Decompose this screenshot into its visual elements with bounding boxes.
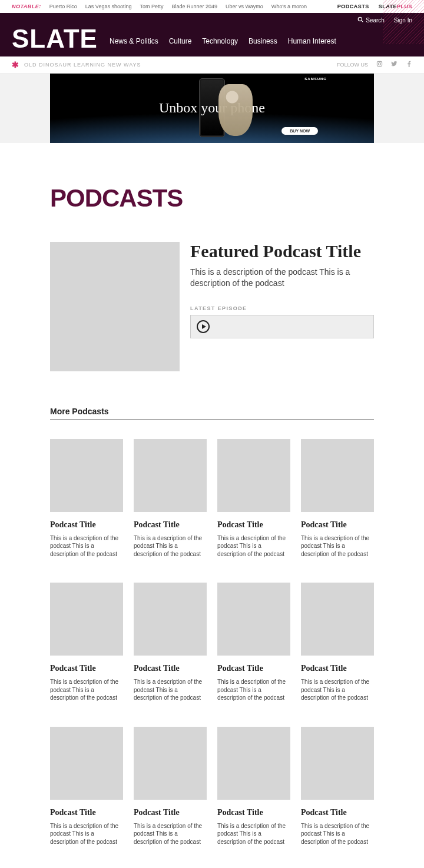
main-nav: Search Sign In SLATE News & Politics Cul…	[0, 13, 424, 56]
podcast-card[interactable]: Podcast TitleThis is a description of th…	[217, 439, 290, 558]
podcast-title[interactable]: Podcast Title	[134, 664, 207, 673]
podcast-description: This is a description of the podcast Thi…	[134, 534, 207, 558]
podcast-title[interactable]: Podcast Title	[217, 664, 290, 673]
podcast-grid: Podcast TitleThis is a description of th…	[50, 439, 374, 860]
podcast-image[interactable]	[301, 439, 374, 512]
twitter-icon[interactable]	[391, 61, 398, 68]
svg-point-4	[381, 62, 382, 62]
search-icon	[357, 16, 363, 24]
podcast-card[interactable]: Podcast TitleThis is a description of th…	[217, 727, 290, 846]
podcast-image[interactable]	[134, 583, 207, 656]
podcast-card[interactable]: Podcast TitleThis is a description of th…	[50, 439, 123, 558]
podcast-card[interactable]: Podcast TitleThis is a description of th…	[50, 583, 123, 702]
podcast-description: This is a description of the podcast Thi…	[217, 534, 290, 558]
podcast-image[interactable]	[217, 583, 290, 656]
podcast-title[interactable]: Podcast Title	[50, 808, 123, 817]
nav-item[interactable]: Technology	[202, 37, 238, 45]
svg-line-1	[362, 21, 363, 22]
podcast-card[interactable]: Podcast TitleThis is a description of th…	[134, 439, 207, 558]
podcast-card[interactable]: Podcast TitleThis is a description of th…	[217, 583, 290, 702]
podcast-description: This is a description of the podcast Thi…	[50, 822, 123, 846]
search-button[interactable]: Search	[357, 16, 385, 24]
more-podcasts-heading: More Podcasts	[50, 407, 374, 420]
nav-item[interactable]: Business	[249, 37, 277, 45]
page-title: PODCASTS	[50, 184, 374, 212]
notable-label: NOTABLE:	[12, 4, 41, 9]
podcast-description: This is a description of the podcast Thi…	[50, 678, 123, 702]
podcast-description: This is a description of the podcast Thi…	[217, 822, 290, 846]
podcast-image[interactable]	[134, 727, 207, 800]
follow-label: FOLLOW US	[337, 62, 368, 68]
podcast-description: This is a description of the podcast Thi…	[301, 678, 374, 702]
podcast-title[interactable]: Podcast Title	[301, 808, 374, 817]
slate-plus-link[interactable]: SLATEPLUS	[379, 4, 412, 9]
top-link[interactable]: Tom Petty	[140, 4, 163, 9]
podcast-description: This is a description of the podcast Thi…	[50, 534, 123, 558]
podcast-description: This is a description of the podcast Thi…	[301, 822, 374, 846]
podcasts-link[interactable]: PODCASTS	[337, 4, 369, 9]
site-logo[interactable]: SLATE	[12, 27, 98, 51]
top-link[interactable]: Who's a moron	[271, 4, 307, 9]
top-strip: NOTABLE: Puerto Rico Las Vegas shooting …	[0, 0, 424, 13]
podcast-title[interactable]: Podcast Title	[134, 520, 207, 530]
podcast-card[interactable]: Podcast TitleThis is a description of th…	[301, 583, 374, 702]
podcast-description: This is a description of the podcast Thi…	[134, 678, 207, 702]
podcast-image[interactable]	[217, 727, 290, 800]
instagram-icon[interactable]	[376, 61, 383, 68]
nav-item[interactable]: News & Politics	[110, 37, 158, 45]
tagline: OLD DINOSAUR LEARNING NEW WAYS	[24, 62, 141, 68]
podcast-card[interactable]: Podcast TitleThis is a description of th…	[301, 727, 374, 846]
podcast-image[interactable]	[50, 727, 123, 800]
audio-player[interactable]	[190, 315, 374, 338]
search-label: Search	[366, 17, 385, 24]
podcast-image[interactable]	[134, 439, 207, 512]
podcast-card[interactable]: Podcast TitleThis is a description of th…	[134, 727, 207, 846]
ad-brand: SAMSUNG	[304, 77, 327, 81]
top-link[interactable]: Uber vs Waymo	[226, 4, 263, 9]
podcast-image[interactable]	[50, 583, 123, 656]
ad-banner[interactable]: SAMSUNG Unbox your phone BUY NOW	[50, 74, 374, 143]
podcast-description: This is a description of the podcast Thi…	[301, 534, 374, 558]
podcast-description: This is a description of the podcast Thi…	[134, 822, 207, 846]
top-link[interactable]: Blade Runner 2049	[171, 4, 217, 9]
podcast-title[interactable]: Podcast Title	[50, 664, 123, 673]
top-link[interactable]: Puerto Rico	[49, 4, 77, 9]
svg-point-0	[358, 17, 362, 21]
top-link[interactable]: Las Vegas shooting	[85, 4, 132, 9]
featured-image[interactable]	[50, 242, 180, 371]
podcast-card[interactable]: Podcast TitleThis is a description of th…	[134, 583, 207, 702]
svg-point-3	[378, 63, 380, 65]
podcast-title[interactable]: Podcast Title	[301, 664, 374, 673]
asterisk-icon: ✱	[12, 60, 19, 69]
podcast-image[interactable]	[50, 439, 123, 512]
podcast-card[interactable]: Podcast TitleThis is a description of th…	[301, 439, 374, 558]
podcast-image[interactable]	[217, 439, 290, 512]
ad-astronaut-graphic	[218, 84, 253, 136]
play-icon[interactable]	[197, 320, 210, 333]
facebook-icon[interactable]	[406, 61, 412, 68]
podcast-title[interactable]: Podcast Title	[50, 520, 123, 530]
featured-podcast: Featured Podcast Title This is a descrip…	[50, 242, 374, 371]
featured-description: This is a description of the podcast Thi…	[190, 267, 374, 289]
podcast-title[interactable]: Podcast Title	[301, 520, 374, 530]
podcast-title[interactable]: Podcast Title	[217, 520, 290, 530]
sub-bar: ✱ OLD DINOSAUR LEARNING NEW WAYS FOLLOW …	[0, 56, 424, 74]
podcast-image[interactable]	[301, 583, 374, 656]
nav-item[interactable]: Culture	[169, 37, 192, 45]
featured-title[interactable]: Featured Podcast Title	[190, 242, 374, 261]
podcast-description: This is a description of the podcast Thi…	[217, 678, 290, 702]
nav-item[interactable]: Human Interest	[288, 37, 336, 45]
podcast-card[interactable]: Podcast TitleThis is a description of th…	[50, 727, 123, 846]
podcast-title[interactable]: Podcast Title	[134, 808, 207, 817]
podcast-title[interactable]: Podcast Title	[217, 808, 290, 817]
sign-in-link[interactable]: Sign In	[394, 17, 412, 24]
ad-cta-button[interactable]: BUY NOW	[281, 127, 318, 135]
podcast-image[interactable]	[301, 727, 374, 800]
latest-episode-label: LATEST EPISODE	[190, 305, 374, 311]
